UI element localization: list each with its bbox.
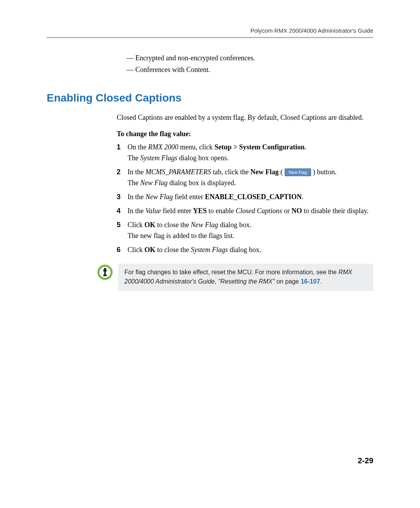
text: to disable their display.: [302, 207, 368, 215]
list-item: — Encrypted and non-encrypted conference…: [124, 53, 373, 63]
text: The: [128, 179, 140, 187]
text: .: [304, 143, 306, 151]
text-bold: YES: [193, 207, 206, 215]
text-italic: System Flags: [140, 154, 177, 162]
step-number: 3: [117, 191, 128, 202]
note-text: on page: [275, 278, 301, 285]
running-head: Polycom RMX 2000/4000 Administrator's Gu…: [47, 27, 373, 34]
text: The new flag is added to the flags list.: [128, 232, 234, 240]
text: menu, click: [178, 143, 214, 151]
step-item: 3 In the New Flag field enter ENABLE_CLO…: [117, 191, 373, 202]
text: to close the: [156, 221, 191, 229]
note-text: For flag changes to take effect, reset t…: [124, 269, 338, 275]
new-flag-button[interactable]: New Flag: [285, 168, 311, 176]
text: (: [279, 168, 285, 176]
bullet-text: Encrypted and non-encrypted conferences.: [135, 53, 373, 63]
step-item: 6 Click OK to close the System Flags dia…: [117, 244, 373, 255]
text: tab, click the: [211, 168, 250, 176]
text: .: [302, 193, 304, 201]
bullet-text: Conferences with Content.: [135, 65, 373, 75]
list-item: — Conferences with Content.: [124, 65, 373, 75]
text: In the: [128, 168, 145, 176]
page-ref-link[interactable]: 16-107: [301, 278, 320, 285]
text: dialog box.: [228, 246, 261, 254]
step-body: Click OK to close the System Flags dialo…: [128, 244, 373, 255]
text: In the: [128, 193, 145, 201]
text-italic: Value: [145, 207, 161, 215]
text-bold: New Flag: [250, 168, 278, 176]
dash-icon: —: [124, 65, 135, 75]
note-icon: [97, 265, 114, 280]
note-row: For flag changes to take effect, reset t…: [97, 264, 373, 291]
step-item: 1 On the RMX 2000 menu, click Setup > Sy…: [117, 142, 373, 163]
text: to close the: [156, 246, 191, 254]
page-number: 2-29: [358, 456, 373, 465]
top-rule: [47, 37, 373, 38]
text-bold: Setup > System Configuration: [214, 143, 304, 151]
section-body: Closed Captions are enabled by a system …: [117, 112, 373, 255]
dash-icon: —: [124, 53, 135, 63]
text-italic: RMX 2000: [148, 143, 178, 151]
text-italic: New Flag: [140, 179, 168, 187]
text: dialog box.: [218, 221, 252, 229]
text: Click: [128, 246, 145, 254]
step-item: 4 In the Value field enter YES to enable…: [117, 205, 373, 216]
step-item: 5 Click OK to close the New Flag dialog …: [117, 219, 373, 241]
section-heading: Enabling Closed Captions: [47, 92, 373, 104]
step-body: In the New Flag field enter ENABLE_CLOSE…: [128, 191, 373, 202]
bullet-list: — Encrypted and non-encrypted conference…: [124, 53, 373, 75]
text-bold: OK: [145, 246, 156, 254]
step-number: 1: [117, 142, 128, 152]
text: ) button.: [311, 168, 337, 176]
text: On the: [128, 143, 148, 151]
text: or: [282, 207, 291, 215]
text-italic: New Flag: [145, 193, 173, 201]
step-number: 4: [117, 205, 128, 216]
note-box: For flag changes to take effect, reset t…: [118, 264, 373, 291]
text-italic: System Flags: [191, 246, 228, 254]
note-text: .: [320, 278, 322, 285]
step-number: 2: [117, 166, 128, 177]
text: field enter: [173, 193, 205, 201]
text-bold: ENABLE_CLOSED_CAPTION: [205, 193, 302, 201]
text: dialog box is displayed.: [168, 179, 236, 187]
step-number: 6: [117, 244, 128, 255]
step-item: 2 In the MCMS_PARAMETERS tab, click the …: [117, 166, 373, 188]
step-number: 5: [117, 219, 128, 230]
text-italic: Closed Captions: [236, 207, 282, 215]
step-list: 1 On the RMX 2000 menu, click Setup > Sy…: [117, 142, 373, 255]
page-container: Polycom RMX 2000/4000 Administrator's Gu…: [0, 0, 420, 508]
text: to enable: [206, 207, 235, 215]
text-italic: New Flag: [191, 221, 219, 229]
text-italic: MCMS_PARAMETERS: [145, 168, 211, 176]
text: The: [128, 154, 140, 162]
step-body: In the MCMS_PARAMETERS tab, click the Ne…: [128, 166, 373, 188]
step-body: On the RMX 2000 menu, click Setup > Syst…: [128, 142, 373, 163]
text: Click: [128, 221, 145, 229]
step-body: Click OK to close the New Flag dialog bo…: [128, 219, 373, 241]
text: In the: [128, 207, 145, 215]
procedure-title: To change the flag value:: [117, 128, 373, 139]
text: field enter: [161, 207, 193, 215]
text-bold: NO: [291, 207, 302, 215]
text-bold: OK: [145, 221, 156, 229]
intro-paragraph: Closed Captions are enabled by a system …: [117, 112, 373, 123]
text: dialog box opens.: [177, 154, 229, 162]
step-body: In the Value field enter YES to enable C…: [128, 205, 373, 216]
